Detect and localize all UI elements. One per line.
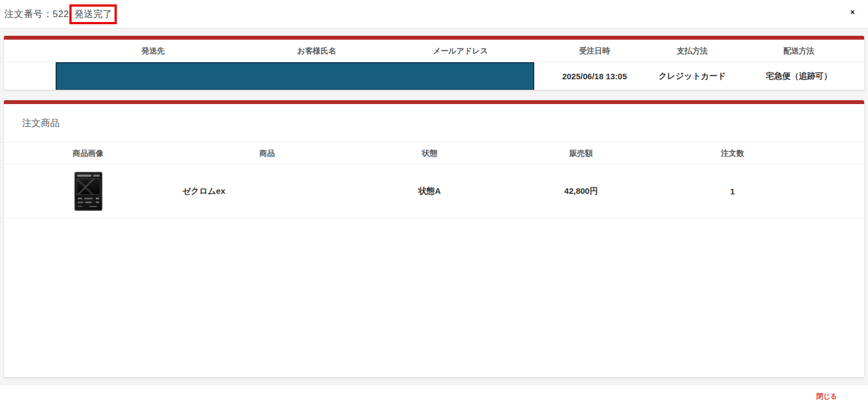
- order-detail-modal: 注文番号：522 発送完了 × 発送先 お客様氏名 メールアドレス 受注日時 支…: [0, 0, 868, 408]
- col-header-payment-method: 支払方法: [651, 40, 734, 62]
- col-header-price: 販売額: [497, 143, 665, 164]
- cell-payment-method: クレジットカード: [651, 62, 734, 90]
- cell-order-datetime: 2025/06/18 13:05: [538, 62, 651, 90]
- col-header-quantity: 注文数: [665, 143, 800, 164]
- modal-body: 発送先 お客様氏名 メールアドレス 受注日時 支払方法 配送方法 2025/06…: [0, 29, 868, 385]
- privacy-redaction-box: [56, 62, 534, 90]
- product-card-image: [74, 172, 102, 211]
- cell-empty: [4, 62, 56, 90]
- status-badge: 発送完了: [69, 4, 117, 24]
- close-button[interactable]: 閉じる: [816, 392, 837, 401]
- col-header-shipping-method: 配送方法: [734, 40, 864, 62]
- col-header-condition: 状態: [362, 143, 497, 164]
- cell-quantity: 1: [665, 164, 800, 218]
- items-section-title: 注文商品: [4, 104, 864, 142]
- close-icon[interactable]: ×: [850, 8, 855, 16]
- cell-shipping-method: 宅急便（追跡可）: [734, 62, 864, 90]
- order-number-label: 注文番号：522: [4, 8, 69, 20]
- section-accent-bar: [4, 36, 864, 40]
- cell-product-name: ゼクロムex: [109, 164, 299, 218]
- section-accent-bar: [4, 100, 864, 104]
- col-header-empty: [4, 40, 56, 62]
- col-header-email: メールアドレス: [383, 40, 538, 62]
- cell-filler: [800, 164, 864, 218]
- order-info-panel: 発送先 お客様氏名 メールアドレス 受注日時 支払方法 配送方法 2025/06…: [4, 36, 864, 90]
- order-info-data-row: 2025/06/18 13:05 クレジットカード 宅急便（追跡可）: [4, 62, 864, 90]
- order-items-panel: 注文商品 商品画像 商品 状態 販売額 注文数: [4, 100, 864, 377]
- cell-condition: 状態A: [362, 164, 497, 218]
- order-info-header-row: 発送先 お客様氏名 メールアドレス 受注日時 支払方法 配送方法: [4, 40, 864, 62]
- col-header-filler: [800, 143, 864, 164]
- col-header-product: 商品: [172, 143, 362, 164]
- col-header-customer-name: お客様氏名: [251, 40, 383, 62]
- col-header-shipping-address: 発送先: [56, 40, 251, 62]
- modal-footer: 閉じる: [0, 385, 868, 408]
- col-header-order-datetime: 受注日時: [538, 40, 651, 62]
- items-header-row: 商品画像 商品 状態 販売額 注文数: [4, 142, 864, 164]
- col-header-product-image: 商品画像: [4, 143, 172, 164]
- modal-header: 注文番号：522 発送完了 ×: [0, 0, 868, 29]
- item-row: ゼクロムex 状態A 42,800円 1: [4, 164, 864, 219]
- cell-price: 42,800円: [497, 164, 665, 218]
